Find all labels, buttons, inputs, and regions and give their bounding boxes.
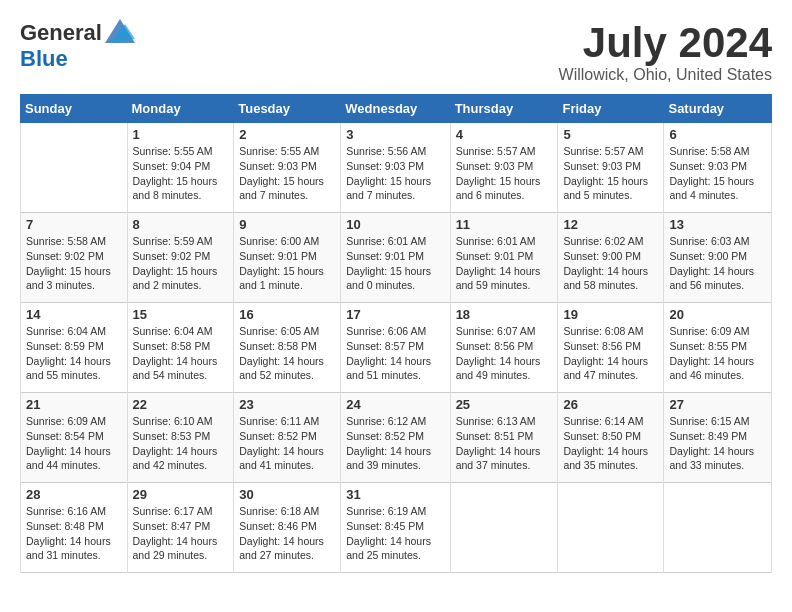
- day-number: 2: [239, 127, 335, 142]
- day-info: Sunrise: 6:14 AMSunset: 8:50 PMDaylight:…: [563, 414, 658, 473]
- month-title: July 2024: [559, 20, 772, 66]
- day-number: 29: [133, 487, 229, 502]
- day-info: Sunrise: 6:09 AMSunset: 8:55 PMDaylight:…: [669, 324, 766, 383]
- calendar-cell: 29Sunrise: 6:17 AMSunset: 8:47 PMDayligh…: [127, 483, 234, 573]
- day-header-sunday: Sunday: [21, 95, 128, 123]
- calendar-week-row: 7Sunrise: 5:58 AMSunset: 9:02 PMDaylight…: [21, 213, 772, 303]
- calendar-cell: 7Sunrise: 5:58 AMSunset: 9:02 PMDaylight…: [21, 213, 128, 303]
- calendar-cell: 5Sunrise: 5:57 AMSunset: 9:03 PMDaylight…: [558, 123, 664, 213]
- calendar-cell: 18Sunrise: 6:07 AMSunset: 8:56 PMDayligh…: [450, 303, 558, 393]
- calendar-cell: [558, 483, 664, 573]
- calendar-cell: 28Sunrise: 6:16 AMSunset: 8:48 PMDayligh…: [21, 483, 128, 573]
- calendar-cell: 27Sunrise: 6:15 AMSunset: 8:49 PMDayligh…: [664, 393, 772, 483]
- day-number: 10: [346, 217, 444, 232]
- day-header-thursday: Thursday: [450, 95, 558, 123]
- day-info: Sunrise: 6:13 AMSunset: 8:51 PMDaylight:…: [456, 414, 553, 473]
- calendar-table: SundayMondayTuesdayWednesdayThursdayFrid…: [20, 94, 772, 573]
- day-info: Sunrise: 6:07 AMSunset: 8:56 PMDaylight:…: [456, 324, 553, 383]
- day-info: Sunrise: 6:06 AMSunset: 8:57 PMDaylight:…: [346, 324, 444, 383]
- day-info: Sunrise: 6:19 AMSunset: 8:45 PMDaylight:…: [346, 504, 444, 563]
- day-header-friday: Friday: [558, 95, 664, 123]
- day-number: 9: [239, 217, 335, 232]
- calendar-cell: 21Sunrise: 6:09 AMSunset: 8:54 PMDayligh…: [21, 393, 128, 483]
- calendar-week-row: 28Sunrise: 6:16 AMSunset: 8:48 PMDayligh…: [21, 483, 772, 573]
- day-info: Sunrise: 6:16 AMSunset: 8:48 PMDaylight:…: [26, 504, 122, 563]
- calendar-cell: 31Sunrise: 6:19 AMSunset: 8:45 PMDayligh…: [341, 483, 450, 573]
- title-section: July 2024 Willowick, Ohio, United States: [559, 20, 772, 84]
- day-info: Sunrise: 6:03 AMSunset: 9:00 PMDaylight:…: [669, 234, 766, 293]
- calendar-cell: 23Sunrise: 6:11 AMSunset: 8:52 PMDayligh…: [234, 393, 341, 483]
- day-number: 4: [456, 127, 553, 142]
- calendar-week-row: 1Sunrise: 5:55 AMSunset: 9:04 PMDaylight…: [21, 123, 772, 213]
- day-number: 1: [133, 127, 229, 142]
- day-info: Sunrise: 6:02 AMSunset: 9:00 PMDaylight:…: [563, 234, 658, 293]
- day-number: 3: [346, 127, 444, 142]
- calendar-cell: 13Sunrise: 6:03 AMSunset: 9:00 PMDayligh…: [664, 213, 772, 303]
- day-number: 22: [133, 397, 229, 412]
- page-header: General Blue July 2024 Willowick, Ohio, …: [20, 20, 772, 84]
- day-info: Sunrise: 5:55 AMSunset: 9:04 PMDaylight:…: [133, 144, 229, 203]
- day-number: 23: [239, 397, 335, 412]
- day-info: Sunrise: 6:01 AMSunset: 9:01 PMDaylight:…: [346, 234, 444, 293]
- day-number: 11: [456, 217, 553, 232]
- calendar-week-row: 14Sunrise: 6:04 AMSunset: 8:59 PMDayligh…: [21, 303, 772, 393]
- calendar-header-row: SundayMondayTuesdayWednesdayThursdayFrid…: [21, 95, 772, 123]
- calendar-cell: 1Sunrise: 5:55 AMSunset: 9:04 PMDaylight…: [127, 123, 234, 213]
- calendar-cell: [664, 483, 772, 573]
- day-number: 5: [563, 127, 658, 142]
- day-number: 21: [26, 397, 122, 412]
- day-number: 18: [456, 307, 553, 322]
- calendar-cell: 3Sunrise: 5:56 AMSunset: 9:03 PMDaylight…: [341, 123, 450, 213]
- day-header-monday: Monday: [127, 95, 234, 123]
- day-number: 30: [239, 487, 335, 502]
- calendar-cell: 8Sunrise: 5:59 AMSunset: 9:02 PMDaylight…: [127, 213, 234, 303]
- day-number: 20: [669, 307, 766, 322]
- day-info: Sunrise: 6:11 AMSunset: 8:52 PMDaylight:…: [239, 414, 335, 473]
- day-header-wednesday: Wednesday: [341, 95, 450, 123]
- calendar-cell: 6Sunrise: 5:58 AMSunset: 9:03 PMDaylight…: [664, 123, 772, 213]
- day-number: 25: [456, 397, 553, 412]
- calendar-cell: 22Sunrise: 6:10 AMSunset: 8:53 PMDayligh…: [127, 393, 234, 483]
- day-header-saturday: Saturday: [664, 95, 772, 123]
- day-number: 26: [563, 397, 658, 412]
- day-header-tuesday: Tuesday: [234, 95, 341, 123]
- location: Willowick, Ohio, United States: [559, 66, 772, 84]
- calendar-cell: 12Sunrise: 6:02 AMSunset: 9:00 PMDayligh…: [558, 213, 664, 303]
- calendar-cell: 25Sunrise: 6:13 AMSunset: 8:51 PMDayligh…: [450, 393, 558, 483]
- logo-icon: [105, 19, 135, 43]
- calendar-cell: 17Sunrise: 6:06 AMSunset: 8:57 PMDayligh…: [341, 303, 450, 393]
- day-number: 16: [239, 307, 335, 322]
- day-number: 15: [133, 307, 229, 322]
- day-number: 19: [563, 307, 658, 322]
- calendar-cell: 15Sunrise: 6:04 AMSunset: 8:58 PMDayligh…: [127, 303, 234, 393]
- day-info: Sunrise: 5:57 AMSunset: 9:03 PMDaylight:…: [563, 144, 658, 203]
- day-number: 8: [133, 217, 229, 232]
- calendar-cell: 16Sunrise: 6:05 AMSunset: 8:58 PMDayligh…: [234, 303, 341, 393]
- day-number: 12: [563, 217, 658, 232]
- calendar-cell: 11Sunrise: 6:01 AMSunset: 9:01 PMDayligh…: [450, 213, 558, 303]
- calendar-cell: 14Sunrise: 6:04 AMSunset: 8:59 PMDayligh…: [21, 303, 128, 393]
- day-number: 7: [26, 217, 122, 232]
- day-info: Sunrise: 6:05 AMSunset: 8:58 PMDaylight:…: [239, 324, 335, 383]
- day-info: Sunrise: 6:08 AMSunset: 8:56 PMDaylight:…: [563, 324, 658, 383]
- day-info: Sunrise: 6:01 AMSunset: 9:01 PMDaylight:…: [456, 234, 553, 293]
- calendar-cell: [450, 483, 558, 573]
- day-info: Sunrise: 5:57 AMSunset: 9:03 PMDaylight:…: [456, 144, 553, 203]
- day-info: Sunrise: 5:58 AMSunset: 9:02 PMDaylight:…: [26, 234, 122, 293]
- day-info: Sunrise: 5:55 AMSunset: 9:03 PMDaylight:…: [239, 144, 335, 203]
- day-number: 13: [669, 217, 766, 232]
- day-info: Sunrise: 5:56 AMSunset: 9:03 PMDaylight:…: [346, 144, 444, 203]
- logo-blue: Blue: [20, 46, 68, 72]
- calendar-cell: [21, 123, 128, 213]
- calendar-cell: 2Sunrise: 5:55 AMSunset: 9:03 PMDaylight…: [234, 123, 341, 213]
- day-number: 31: [346, 487, 444, 502]
- calendar-week-row: 21Sunrise: 6:09 AMSunset: 8:54 PMDayligh…: [21, 393, 772, 483]
- day-info: Sunrise: 5:59 AMSunset: 9:02 PMDaylight:…: [133, 234, 229, 293]
- day-number: 27: [669, 397, 766, 412]
- day-info: Sunrise: 6:10 AMSunset: 8:53 PMDaylight:…: [133, 414, 229, 473]
- day-number: 28: [26, 487, 122, 502]
- calendar-cell: 9Sunrise: 6:00 AMSunset: 9:01 PMDaylight…: [234, 213, 341, 303]
- day-info: Sunrise: 5:58 AMSunset: 9:03 PMDaylight:…: [669, 144, 766, 203]
- day-info: Sunrise: 6:09 AMSunset: 8:54 PMDaylight:…: [26, 414, 122, 473]
- day-info: Sunrise: 6:00 AMSunset: 9:01 PMDaylight:…: [239, 234, 335, 293]
